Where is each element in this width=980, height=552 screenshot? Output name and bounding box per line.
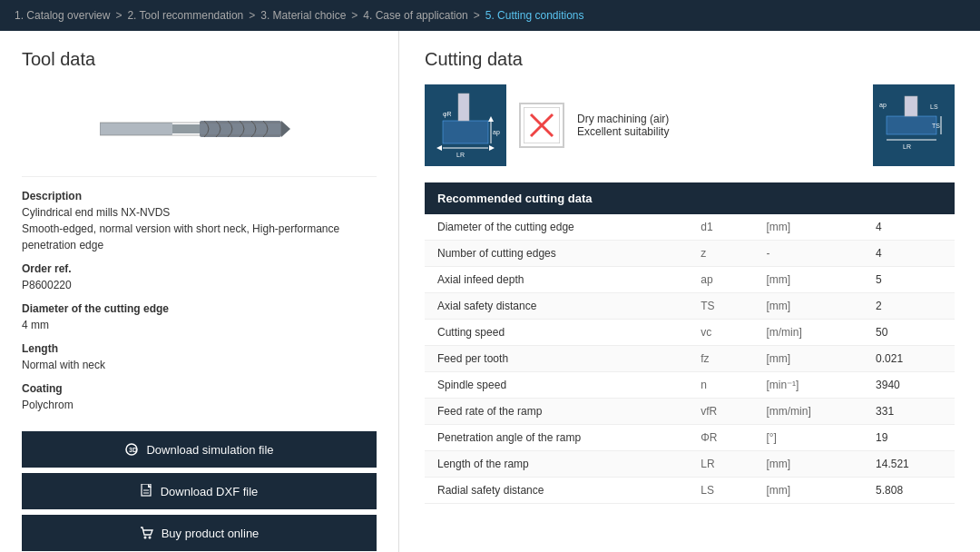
param-value: 331 xyxy=(863,399,955,425)
main-container: Tool data xyxy=(0,31,980,552)
separator-2: > xyxy=(249,9,255,22)
param-value: 5.808 xyxy=(863,478,955,504)
breadcrumb-item-4[interactable]: 4. Case of application xyxy=(363,9,467,22)
svg-rect-28 xyxy=(905,96,917,116)
svg-text:3D: 3D xyxy=(129,447,137,453)
table-row: Radial safety distance LS [mm] 5.808 xyxy=(425,478,955,504)
download-simulation-button[interactable]: 3D Download simulation file xyxy=(22,431,377,468)
svg-point-11 xyxy=(148,537,151,539)
length-label: Length xyxy=(22,342,377,355)
breadcrumb-item-3[interactable]: 3. Material choice xyxy=(260,9,346,22)
simulation-icon: 3D xyxy=(124,442,139,457)
buttons-section: 3D Download simulation file Download DXF… xyxy=(22,431,377,551)
cutting-data-title: Cutting data xyxy=(425,49,955,70)
description-value: Cylindrical end mills NX-NVDS Smooth-edg… xyxy=(22,204,377,253)
tool-data-title: Tool data xyxy=(22,49,377,77)
param-name: Axial safety distance xyxy=(425,293,688,320)
param-symbol: fz xyxy=(688,346,753,372)
param-unit: - xyxy=(753,241,863,267)
diagram-svg-right: TS LR ap LS xyxy=(877,89,950,162)
breadcrumb-item-1[interactable]: 1. Catalog overview xyxy=(15,9,110,22)
param-unit: [mm/min] xyxy=(753,399,863,425)
svg-marker-3 xyxy=(281,121,290,137)
recommended-header: Recommended cutting data xyxy=(425,182,955,214)
dry-machining-info: Dry machining (air) Excellent suitabilit… xyxy=(577,113,669,138)
svg-text:LR: LR xyxy=(456,152,465,158)
x-icon xyxy=(519,103,564,148)
table-row: Penetration angle of the ramp ΦR [°] 19 xyxy=(425,425,955,451)
svg-rect-0 xyxy=(100,123,172,135)
tool-image xyxy=(22,95,377,163)
separator-1: > xyxy=(115,9,122,22)
table-row: Axial safety distance TS [mm] 2 xyxy=(425,293,955,320)
description-section: Description Cylindrical end mills NX-NVD… xyxy=(22,190,377,253)
cutting-diagram-right: TS LR ap LS xyxy=(873,84,955,166)
left-panel: Tool data xyxy=(0,31,399,552)
x-cross-svg xyxy=(524,107,560,143)
order-ref-section: Order ref. P8600220 xyxy=(22,262,377,293)
param-symbol: ΦR xyxy=(688,425,753,451)
table-row: Feed per tooth fz [mm] 0.021 xyxy=(425,346,955,372)
breadcrumb: 1. Catalog overview > 2. Tool recommenda… xyxy=(0,0,980,31)
description-label: Description xyxy=(22,190,377,202)
param-value: 5 xyxy=(863,267,955,293)
param-unit: [°] xyxy=(753,425,863,451)
breadcrumb-item-5: 5. Cutting conditions xyxy=(485,9,584,22)
param-symbol: ap xyxy=(688,267,753,293)
table-row: Length of the ramp LR [mm] 14.521 xyxy=(425,451,955,478)
table-row: Diameter of the cutting edge d1 [mm] 4 xyxy=(425,214,955,241)
table-row: Cutting speed vc [m/min] 50 xyxy=(425,320,955,346)
svg-rect-2 xyxy=(200,121,281,137)
param-value: 2 xyxy=(863,293,955,320)
no-coolant-icon-container xyxy=(519,103,564,148)
param-value: 19 xyxy=(863,425,955,451)
param-name: Number of cutting edges xyxy=(425,241,688,267)
param-unit: [mm] xyxy=(753,478,863,504)
table-row: Spindle speed n [min⁻¹] 3940 xyxy=(425,372,955,399)
param-name: Cutting speed xyxy=(425,320,688,346)
tool-drawing-svg xyxy=(100,104,299,154)
svg-text:LS: LS xyxy=(930,104,938,110)
breadcrumb-item-2[interactable]: 2. Tool recommendation xyxy=(127,9,243,22)
param-symbol: d1 xyxy=(688,214,753,241)
coating-label: Coating xyxy=(22,382,377,395)
dxf-icon xyxy=(141,484,153,498)
dry-machining-box: Dry machining (air) Excellent suitabilit… xyxy=(577,113,669,138)
table-row: Number of cutting edges z - 4 xyxy=(425,241,955,267)
right-panel: Cutting data ap φR xyxy=(399,31,980,552)
svg-rect-1 xyxy=(172,124,200,133)
separator-4: > xyxy=(474,9,480,22)
svg-text:ap: ap xyxy=(879,102,887,109)
cutting-icons-row: ap φR LR xyxy=(425,84,955,166)
cart-icon xyxy=(140,526,154,540)
diameter-label: Diameter of the cutting edge xyxy=(22,302,377,315)
divider-1 xyxy=(22,176,377,177)
param-unit: [m/min] xyxy=(753,320,863,346)
buy-product-button[interactable]: Buy product online xyxy=(22,515,377,551)
param-symbol: vfR xyxy=(688,399,753,425)
svg-text:ap: ap xyxy=(493,129,500,136)
param-name: Spindle speed xyxy=(425,372,688,399)
param-name: Penetration angle of the ramp xyxy=(425,425,688,451)
param-unit: [mm] xyxy=(753,346,863,372)
download-dxf-button[interactable]: Download DXF file xyxy=(22,473,377,509)
param-unit: [mm] xyxy=(753,451,863,478)
param-value: 0.021 xyxy=(863,346,955,372)
table-row: Axial infeed depth ap [mm] 5 xyxy=(425,267,955,293)
param-symbol: z xyxy=(688,241,753,267)
cutting-data-table: Diameter of the cutting edge d1 [mm] 4 N… xyxy=(425,214,955,504)
param-unit: [mm] xyxy=(753,293,863,320)
param-value: 4 xyxy=(863,241,955,267)
param-symbol: vc xyxy=(688,320,753,346)
order-ref-value: P8600220 xyxy=(22,277,377,293)
param-name: Diameter of the cutting edge xyxy=(425,214,688,241)
recommended-section: Recommended cutting data Diameter of the… xyxy=(425,182,955,504)
param-name: Radial safety distance xyxy=(425,478,688,504)
param-value: 50 xyxy=(863,320,955,346)
param-symbol: LS xyxy=(688,478,753,504)
separator-3: > xyxy=(351,9,358,22)
svg-text:TS: TS xyxy=(932,123,940,129)
svg-text:LR: LR xyxy=(903,143,911,150)
param-symbol: TS xyxy=(688,293,753,320)
svg-point-10 xyxy=(143,537,146,539)
